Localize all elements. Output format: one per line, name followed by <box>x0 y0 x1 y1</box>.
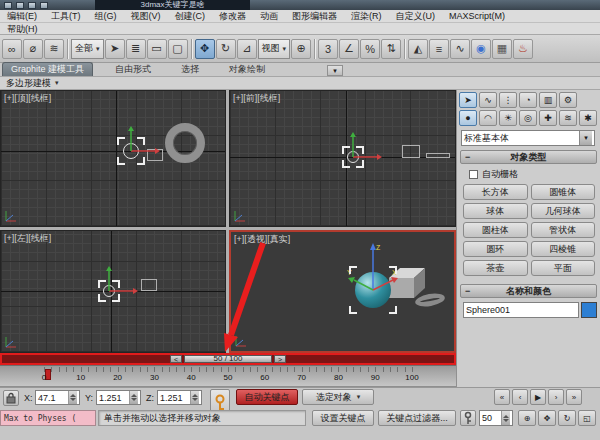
torus-object-front[interactable] <box>426 153 450 158</box>
angle-snap-toggle-icon[interactable]: ∠ <box>339 39 359 59</box>
select-object-icon[interactable]: ➤ <box>105 39 125 59</box>
menu-graph-editors[interactable]: 图形编辑器 <box>285 10 344 22</box>
viewport-left-label[interactable]: [+][左][线框] <box>4 232 51 245</box>
x-coordinate-field[interactable]: 47.1 <box>35 390 80 405</box>
material-editor-icon[interactable]: ◉ <box>471 39 491 59</box>
autogrid-checkbox-row[interactable]: 自动栅格 <box>469 168 518 181</box>
setkey-button[interactable]: 设置关键点 <box>312 410 374 426</box>
menu-create[interactable]: 创建(C) <box>168 10 213 22</box>
box-object-front[interactable] <box>402 145 420 158</box>
object-type-rollout[interactable]: − 对象类型 <box>460 150 597 164</box>
ribbon-menu-caret[interactable]: ▾ <box>327 65 343 76</box>
z-spinner[interactable] <box>190 391 199 404</box>
z-coordinate-field[interactable]: 1.251 <box>157 390 202 405</box>
viewport-front-label[interactable]: [+][前][线框] <box>233 92 280 105</box>
x-spinner[interactable] <box>68 391 77 404</box>
timeslider-prev-button[interactable]: < <box>170 355 182 363</box>
autokey-button[interactable]: 自动关键点 <box>236 389 298 405</box>
menu-help[interactable]: 帮助(H) <box>0 23 45 35</box>
spinner-snap-toggle-icon[interactable]: ⇅ <box>381 39 401 59</box>
menu-modifiers[interactable]: 修改器 <box>212 10 253 22</box>
maxscript-mini-listener[interactable]: Max to Physes ( <box>0 410 96 426</box>
category-lights[interactable]: ☀ <box>499 110 517 126</box>
percent-snap-toggle-icon[interactable]: % <box>360 39 380 59</box>
objtype-cylinder-button[interactable]: 圆柱体 <box>463 222 528 238</box>
curve-editor-icon[interactable]: ∿ <box>450 39 470 59</box>
object-color-swatch[interactable] <box>581 302 597 318</box>
time-slider-handle[interactable]: 50 / 100 <box>184 355 272 363</box>
transport-previous-frame-button[interactable]: ‹ <box>512 389 528 405</box>
panel-tab-motion[interactable]: ◔ <box>519 92 537 108</box>
key-filters-button[interactable]: 关键点过滤器... <box>378 410 456 426</box>
transport-go-to-start-button[interactable]: « <box>494 389 510 405</box>
ribbon-tab-object-paint[interactable]: 对象绘制 <box>221 63 273 76</box>
lock-selection-toggle[interactable] <box>3 390 19 406</box>
panel-tab-create[interactable]: ➤ <box>459 92 477 108</box>
viewport-perspective-label[interactable]: [+][透视][真实] <box>234 233 290 246</box>
window-crossing-icon[interactable]: ▢ <box>168 39 188 59</box>
selection-filter-dropdown[interactable]: 全部▾ <box>71 39 104 59</box>
objtype-torus-button[interactable]: 圆环 <box>463 241 528 257</box>
move-gizmo[interactable]: Z X Y <box>345 238 401 296</box>
frame-spinner[interactable] <box>501 411 510 425</box>
object-name-field[interactable]: Sphere001 <box>463 302 579 318</box>
snaps-toggle-3d-icon[interactable]: 3 <box>318 39 338 59</box>
viewport-top-label[interactable]: [+][顶][线框] <box>4 92 51 105</box>
reference-coordinate-system-dropdown[interactable]: 视图▾ <box>258 39 291 59</box>
y-spinner[interactable] <box>129 391 138 404</box>
menu-rendering[interactable]: 渲染(R) <box>344 10 389 22</box>
nav-pan-button[interactable]: ✥ <box>538 410 556 426</box>
category-cameras[interactable]: ◎ <box>519 110 537 126</box>
viewport-left[interactable]: [+][左][线框] <box>0 230 226 353</box>
menu-views[interactable]: 视图(V) <box>124 10 168 22</box>
timeslider-next-button[interactable]: > <box>274 355 286 363</box>
use-pivot-point-center-icon[interactable]: ⊕ <box>291 39 311 59</box>
category-space-warps[interactable]: ≋ <box>559 110 577 126</box>
viewport-perspective[interactable]: [+][透视][真实] Z X Y <box>229 230 456 353</box>
transport-go-to-end-button[interactable]: » <box>566 389 582 405</box>
select-by-name-icon[interactable]: ≣ <box>126 39 146 59</box>
menu-edit[interactable]: 编辑(E) <box>0 10 44 22</box>
track-bar[interactable]: 0102030405060708090100 <box>0 365 456 387</box>
select-and-move-icon[interactable]: ✥ <box>195 39 215 59</box>
objtype-cone-button[interactable]: 圆锥体 <box>531 184 596 200</box>
category-systems[interactable]: ✱ <box>579 110 597 126</box>
rectangular-selection-region-icon[interactable]: ▭ <box>147 39 167 59</box>
objtype-tube-button[interactable]: 管状体 <box>531 222 596 238</box>
torus-object-top[interactable] <box>165 123 205 163</box>
select-and-link-icon[interactable]: ∞ <box>2 39 22 59</box>
viewport-front[interactable]: [+][前][线框] <box>229 90 456 227</box>
panel-tab-modify[interactable]: ∿ <box>479 92 497 108</box>
objtype-teapot-button[interactable]: 茶壶 <box>463 260 528 276</box>
transport-next-frame-button[interactable]: › <box>548 389 564 405</box>
panel-tab-utilities[interactable]: ⚙ <box>559 92 577 108</box>
move-gizmo[interactable] <box>105 265 139 297</box>
key-mode-toggle[interactable] <box>460 410 476 426</box>
category-helpers[interactable]: ✚ <box>539 110 557 126</box>
category-geometry[interactable]: ● <box>459 110 477 126</box>
box-object-left[interactable] <box>141 279 157 291</box>
render-setup-icon[interactable]: ▦ <box>492 39 512 59</box>
ribbon-tab-freeform[interactable]: 自由形式 <box>107 63 159 76</box>
panel-tab-hierarchy[interactable]: ⋮ <box>499 92 517 108</box>
viewport-top[interactable]: [+][顶][线框] <box>0 90 226 227</box>
time-slider[interactable]: < 50 / 100 > <box>0 353 456 365</box>
move-gizmo[interactable] <box>349 131 383 163</box>
ribbon-tab-graphite[interactable]: Graphite 建模工具 <box>2 62 93 76</box>
render-production-icon[interactable]: ♨ <box>513 39 533 59</box>
menu-customize[interactable]: 自定义(U) <box>389 10 443 22</box>
select-and-scale-icon[interactable]: ⊿ <box>237 39 257 59</box>
transport-play-button[interactable]: ▶ <box>530 389 546 405</box>
y-coordinate-field[interactable]: 1.251 <box>96 390 141 405</box>
objtype-plane-button[interactable]: 平面 <box>531 260 596 276</box>
current-frame-field[interactable]: 50 <box>479 410 513 426</box>
objtype-box-button[interactable]: 长方体 <box>463 184 528 200</box>
menu-animation[interactable]: 动画 <box>253 10 285 22</box>
objtype-geosphere-button[interactable]: 几何球体 <box>531 203 596 219</box>
selection-set-dropdown[interactable]: 选定对象 ▾ <box>302 389 374 405</box>
align-icon[interactable]: ≡ <box>429 39 449 59</box>
objtype-pyramid-button[interactable]: 四棱锥 <box>531 241 596 257</box>
mirror-icon[interactable]: ◭ <box>408 39 428 59</box>
nav-zoom-button[interactable]: ⊕ <box>518 410 536 426</box>
select-and-rotate-icon[interactable]: ↻ <box>216 39 236 59</box>
